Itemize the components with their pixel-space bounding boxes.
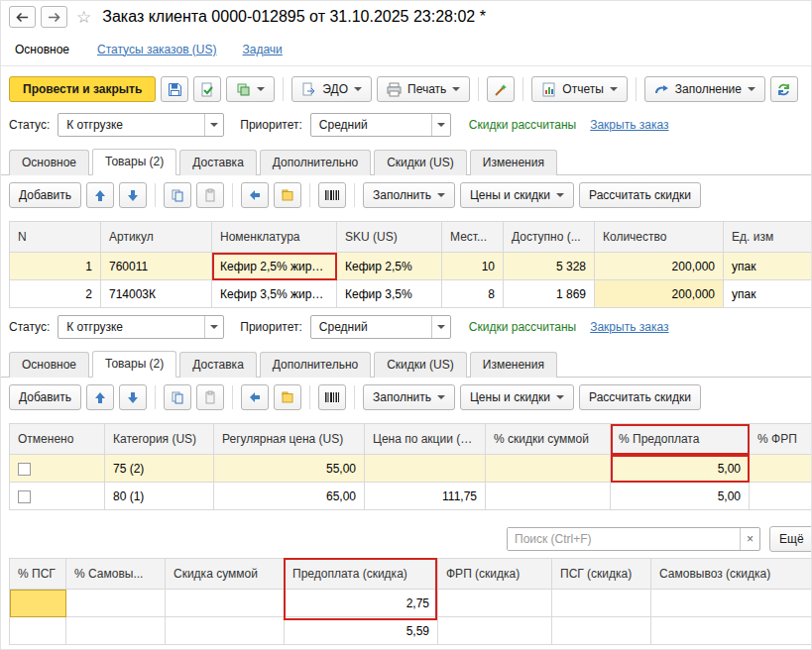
reports-dropdown[interactable]: Отчеты	[531, 76, 627, 102]
cell-n[interactable]: 1	[10, 253, 101, 280]
cell-prepay[interactable]: 5,00	[611, 483, 750, 510]
cell-frp-discount[interactable]	[438, 590, 552, 617]
calc-table-row[interactable]: 5,59	[10, 617, 812, 645]
cell-unit[interactable]: упак	[724, 280, 812, 308]
cell-category[interactable]: 80 (1)	[105, 483, 214, 510]
fill-dropdown[interactable]: Заполнение	[644, 76, 765, 102]
calc-table-row[interactable]: 2,75	[10, 590, 812, 617]
cell-psg-discount[interactable]	[552, 617, 651, 645]
cell-available[interactable]: 1 869	[504, 280, 595, 308]
search-clear-button[interactable]: ×	[740, 528, 759, 550]
cell-samovyvoz[interactable]	[66, 617, 166, 645]
cell-places[interactable]: 10	[442, 253, 504, 280]
paste-rows-button[interactable]	[196, 182, 224, 208]
cell-psg-active[interactable]	[10, 590, 66, 617]
cell-nomenclature-highlighted[interactable]: Кефир 2,5% жирно...	[212, 253, 337, 280]
tab-main[interactable]: Основное	[9, 150, 89, 175]
edo-dropdown[interactable]: ЭДО	[291, 76, 372, 102]
tab-discounts[interactable]: Скидки (US)	[374, 150, 467, 175]
copy-rows-button[interactable]	[164, 384, 191, 410]
cell-discount-sum[interactable]	[166, 617, 285, 645]
settings-folder-button[interactable]	[274, 182, 301, 208]
cell-sku[interactable]: Кефир 2,5%	[337, 253, 442, 280]
tab-delivery[interactable]: Доставка	[179, 150, 257, 175]
cell-nomenclature[interactable]: Кефир 3,5% жирно...	[212, 280, 337, 308]
prices-discounts-dropdown[interactable]: Цены и скидки	[460, 384, 574, 410]
cell-prepay-discount[interactable]: 5,59	[285, 617, 438, 645]
nav-order-statuses-link[interactable]: Статусы заказов (US)	[97, 43, 217, 56]
combo-arrow[interactable]	[431, 114, 450, 136]
print-dropdown[interactable]: Печать	[377, 76, 470, 102]
tab-main[interactable]: Основное	[9, 352, 89, 378]
cell-discount-sum[interactable]	[486, 483, 611, 510]
tab-delivery[interactable]: Доставка	[179, 352, 257, 378]
nav-tasks-link[interactable]: Задачи	[243, 43, 283, 56]
cell-cancelled[interactable]	[10, 483, 105, 510]
close-order-link[interactable]: Закрыть заказ	[590, 118, 668, 132]
cell-n[interactable]: 2	[10, 280, 101, 308]
tab-goods[interactable]: Товары (2)	[92, 351, 176, 378]
magic-wand-button[interactable]	[487, 76, 515, 102]
goods-table-row[interactable]: 2 714003К Кефир 3,5% жирно... Кефир 3,5%…	[10, 280, 812, 308]
move-up-button[interactable]	[86, 182, 114, 208]
tab-extra[interactable]: Дополнительно	[260, 150, 371, 175]
goods-table-row[interactable]: 1 760011 Кефир 2,5% жирно... Кефир 2,5% …	[10, 253, 812, 280]
close-order-link[interactable]: Закрыть заказ	[590, 320, 668, 334]
cell-quantity[interactable]: 200,000	[595, 280, 724, 308]
move-down-button[interactable]	[119, 384, 147, 410]
add-row-button[interactable]: Добавить	[9, 384, 81, 410]
create-based-on-dropdown[interactable]	[226, 76, 275, 102]
search-input[interactable]	[508, 528, 740, 550]
calc-discounts-button[interactable]: Рассчитать скидки	[579, 182, 701, 208]
add-row-button[interactable]: Добавить	[9, 182, 81, 208]
cell-article[interactable]: 760011	[101, 253, 212, 280]
combo-arrow[interactable]	[431, 316, 450, 338]
cell-samovyvoz-discount[interactable]	[651, 617, 812, 645]
priority-select[interactable]: Средний	[310, 315, 451, 339]
settings-folder-button[interactable]	[274, 384, 301, 410]
tab-discounts[interactable]: Скидки (US)	[374, 352, 467, 378]
paste-rows-button[interactable]	[196, 384, 224, 410]
cell-samovyvoz-discount[interactable]	[651, 590, 812, 617]
cell-quantity[interactable]: 200,000	[595, 253, 724, 280]
cell-regular-price[interactable]: 55,00	[214, 455, 365, 483]
cancelled-checkbox[interactable]	[18, 463, 31, 476]
post-and-close-button[interactable]: Провести и закрыть	[9, 76, 156, 102]
nav-main[interactable]: Основное	[13, 37, 71, 62]
tab-changes[interactable]: Изменения	[470, 150, 557, 175]
cell-frp-discount[interactable]	[438, 617, 552, 645]
cell-promo-price[interactable]	[365, 455, 486, 483]
cell-sku[interactable]: Кефир 3,5%	[337, 280, 442, 308]
status-select[interactable]: К отгрузке	[58, 315, 224, 339]
move-up-button[interactable]	[86, 384, 114, 410]
more-actions-button[interactable]: Ещё	[769, 526, 812, 552]
cell-discount-sum[interactable]	[166, 590, 285, 617]
cell-available[interactable]: 5 328	[504, 253, 595, 280]
priority-select[interactable]: Средний	[310, 113, 451, 137]
combo-arrow[interactable]	[204, 316, 223, 338]
change-selected-button[interactable]	[241, 384, 269, 410]
cell-category[interactable]: 75 (2)	[105, 455, 214, 483]
cell-prepay-highlighted[interactable]: 5,00	[611, 455, 750, 483]
save-button[interactable]	[161, 76, 188, 102]
favorite-star-icon[interactable]: ☆	[76, 7, 91, 28]
fill-grid-dropdown[interactable]: Заполнить	[363, 384, 455, 410]
cell-frp[interactable]	[750, 483, 812, 510]
tab-extra[interactable]: Дополнительно	[260, 352, 371, 378]
cell-psg-discount[interactable]	[552, 590, 651, 617]
cell-discount-sum[interactable]	[486, 455, 611, 483]
barcode-button[interactable]	[318, 182, 346, 208]
post-document-button[interactable]	[193, 76, 221, 102]
barcode-button[interactable]	[318, 384, 346, 410]
discount-table-row[interactable]: 80 (1) 65,00 111,75 5,00	[10, 483, 812, 510]
sync-button[interactable]	[770, 76, 798, 102]
back-button[interactable]	[9, 6, 36, 28]
cell-places[interactable]: 8	[442, 280, 504, 308]
fill-grid-dropdown[interactable]: Заполнить	[363, 182, 455, 208]
cell-article[interactable]: 714003К	[101, 280, 212, 308]
calc-discounts-button[interactable]: Рассчитать скидки	[579, 384, 701, 410]
cell-cancelled[interactable]	[10, 455, 105, 483]
cell-frp[interactable]	[750, 455, 812, 483]
cell-samovyvoz[interactable]	[66, 590, 166, 617]
cell-psg[interactable]	[10, 617, 66, 645]
